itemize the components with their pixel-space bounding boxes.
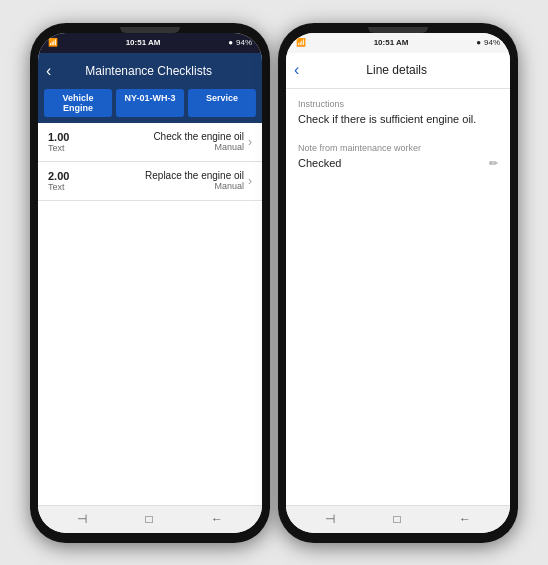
- item-right-row-1: Check the engine oil Manual ›: [153, 131, 252, 152]
- status-left-icons-right: 📶: [296, 38, 306, 47]
- instructions-value: Check if there is sufficient engine oil.: [298, 112, 498, 127]
- recent-apps-button-left[interactable]: ⊣: [77, 512, 87, 526]
- screen-right: 📶 10:51 AM ● 94% ‹ Line details Instruct…: [286, 33, 510, 533]
- checklist-item-2[interactable]: 2.00 Text Replace the engine oil Manual …: [38, 162, 262, 201]
- status-right-icons-right: ● 94%: [476, 38, 500, 47]
- detail-content: Instructions Check if there is sufficien…: [286, 89, 510, 505]
- chevron-icon-1: ›: [248, 135, 252, 149]
- checklist-content: 1.00 Text Check the engine oil Manual › …: [38, 123, 262, 505]
- back-nav-button-right[interactable]: ←: [459, 512, 471, 526]
- note-value: Checked: [298, 156, 498, 171]
- item-right-2: Replace the engine oil Manual: [145, 170, 244, 191]
- tab-vehicle-id[interactable]: NY-01-WH-3: [116, 89, 184, 117]
- app-title-right: Line details: [307, 63, 486, 77]
- tab-service[interactable]: Service: [188, 89, 256, 117]
- app-bar-left: ‹ Maintenance Checklists: [38, 53, 262, 89]
- phone-left: 📶 10:51 AM ● 94% ‹ Maintenance Checklist…: [30, 23, 270, 543]
- checklist-item-1[interactable]: 1.00 Text Check the engine oil Manual ›: [38, 123, 262, 162]
- screen-left: 📶 10:51 AM ● 94% ‹ Maintenance Checklist…: [38, 33, 262, 533]
- item-method-1: Manual: [214, 142, 244, 152]
- tab-vehicle-engine[interactable]: Vehicle Engine: [44, 89, 112, 117]
- note-section: Note from maintenance worker Checked ✏: [298, 143, 498, 171]
- bottom-nav-left: ⊣ □ ←: [38, 505, 262, 533]
- item-type-1: Text: [48, 143, 69, 153]
- status-bar-right: 📶 10:51 AM ● 94%: [286, 33, 510, 53]
- back-nav-button-left[interactable]: ←: [211, 512, 223, 526]
- item-method-2: Manual: [214, 181, 244, 191]
- chevron-icon-2: ›: [248, 174, 252, 188]
- instructions-section: Instructions Check if there is sufficien…: [298, 99, 498, 127]
- item-left-2: 2.00 Text: [48, 170, 69, 192]
- status-right-icons-left: ● 94%: [228, 38, 252, 47]
- item-number-1: 1.00: [48, 131, 69, 143]
- status-bar-left: 📶 10:51 AM ● 94%: [38, 33, 262, 53]
- battery-icon-right: 94%: [484, 38, 500, 47]
- app-title-left: Maintenance Checklists: [59, 64, 238, 78]
- home-button-left[interactable]: □: [145, 512, 152, 526]
- wifi-icon-right: ●: [476, 38, 481, 47]
- recent-apps-button-right[interactable]: ⊣: [325, 512, 335, 526]
- note-label: Note from maintenance worker: [298, 143, 498, 153]
- time-right: 10:51 AM: [374, 38, 409, 47]
- bottom-nav-right: ⊣ □ ←: [286, 505, 510, 533]
- app-bar-right: ‹ Line details: [286, 53, 510, 89]
- item-right-1: Check the engine oil Manual: [153, 131, 244, 152]
- status-left-icons: 📶: [48, 38, 58, 47]
- item-number-2: 2.00: [48, 170, 69, 182]
- back-button-left[interactable]: ‹: [46, 62, 51, 80]
- tab-bar-left: Vehicle Engine NY-01-WH-3 Service: [38, 89, 262, 123]
- item-right-row-2: Replace the engine oil Manual ›: [145, 170, 252, 191]
- wifi-icon: ●: [228, 38, 233, 47]
- phone-right: 📶 10:51 AM ● 94% ‹ Line details Instruct…: [278, 23, 518, 543]
- back-button-right[interactable]: ‹: [294, 61, 299, 79]
- item-desc-1: Check the engine oil: [153, 131, 244, 142]
- time-left: 10:51 AM: [126, 38, 161, 47]
- home-button-right[interactable]: □: [393, 512, 400, 526]
- phones-container: 📶 10:51 AM ● 94% ‹ Maintenance Checklist…: [30, 23, 518, 543]
- signal-icon: 📶: [48, 38, 58, 47]
- item-desc-2: Replace the engine oil: [145, 170, 244, 181]
- item-type-2: Text: [48, 182, 69, 192]
- edit-icon[interactable]: ✏: [489, 157, 498, 170]
- item-left-1: 1.00 Text: [48, 131, 69, 153]
- instructions-label: Instructions: [298, 99, 498, 109]
- battery-icon: 94%: [236, 38, 252, 47]
